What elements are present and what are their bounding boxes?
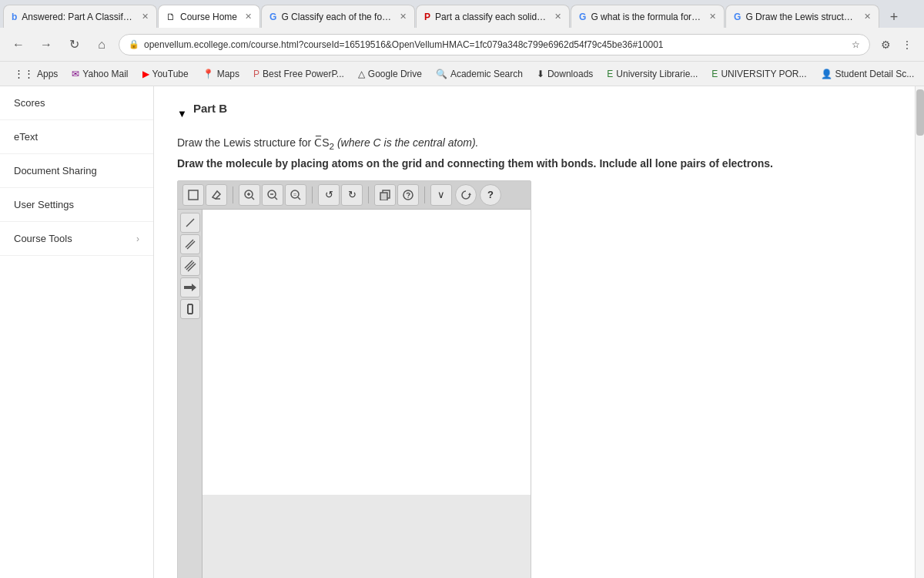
undo-button[interactable]: ↺ — [318, 184, 340, 206]
single-bond-button[interactable] — [180, 213, 200, 233]
bookmark-yahoo-mail[interactable]: ✉ Yahoo Mail — [65, 66, 134, 82]
bookmark-yahoo-mail-label: Yahoo Mail — [82, 69, 128, 79]
bookmark-google-drive[interactable]: △ Google Drive — [352, 66, 428, 82]
bookmark-google-drive-label: Google Drive — [368, 69, 422, 79]
reset-button[interactable] — [455, 184, 477, 206]
browser-actions: ⚙ ⋮ — [876, 35, 916, 54]
svg-rect-13 — [380, 193, 387, 200]
tab-4[interactable]: P Part a classify each solid as... ✕ — [416, 5, 570, 28]
bookmark-downloads[interactable]: ⬇ Downloads — [531, 66, 599, 82]
sidebar-item-document-sharing[interactable]: Document Sharing — [0, 154, 153, 188]
copy-button[interactable] — [374, 184, 396, 206]
tab-4-title: Part a classify each solid as... — [435, 12, 547, 22]
part-b-heading: Part B — [193, 102, 227, 115]
scroll-track[interactable] — [915, 86, 924, 578]
svg-rect-0 — [189, 190, 198, 200]
svg-marker-16 — [468, 193, 471, 195]
instruction-text: Draw the molecule by placing atoms on th… — [177, 157, 892, 170]
part-b-collapse-icon[interactable]: ▼ — [177, 108, 187, 119]
bookmark-student-detail-label: Student Detail Sc... — [835, 69, 915, 79]
document-sharing-label: Document Sharing — [14, 165, 97, 176]
sidebar-item-course-tools[interactable]: Course Tools › — [0, 222, 153, 256]
svg-marker-23 — [184, 284, 196, 291]
svg-line-17 — [186, 219, 194, 227]
back-button[interactable]: ← — [8, 34, 29, 55]
bookmark-student-detail[interactable]: 👤 Student Detail Sc... — [815, 66, 921, 82]
toolbar-group-undoredo: ↺ ↻ — [318, 184, 363, 206]
forward-button[interactable]: → — [35, 34, 57, 55]
bookmark-powerpoint[interactable]: P Best Free PowerP... — [247, 66, 350, 82]
tab-6-title: G Draw the Lewis structure fo... — [745, 12, 856, 22]
bookmark-youtube[interactable]: ▶ YouTube — [136, 66, 195, 82]
zoom-in-button[interactable] — [239, 184, 260, 206]
left-toolbar: • •• [] — [178, 210, 203, 578]
tab-5[interactable]: G G what is the formula for cuso... ✕ — [571, 5, 725, 28]
refresh-button[interactable]: ↻ — [63, 34, 85, 55]
bookmark-university-portal[interactable]: E UNIVERSITY POR... — [705, 66, 812, 82]
toolbar-group-1 — [182, 184, 227, 206]
widget-toolbar: = ↺ ↻ — [178, 181, 531, 210]
zoom-reset-button[interactable]: = — [285, 184, 306, 206]
arrow-button[interactable] — [180, 277, 200, 297]
toolbar-group-view: ∨ — [430, 184, 452, 206]
bookmark-apps[interactable]: ⋮⋮ Apps — [8, 65, 64, 82]
tab-6-close[interactable]: ✕ — [864, 12, 871, 22]
menu-icon[interactable]: ⋮ — [898, 35, 916, 54]
url-bar[interactable]: 🔒 openvellum.ecollege.com/course.html?co… — [119, 34, 870, 55]
main-content: ▼ Part B Draw the Lewis structure for C̅… — [154, 86, 915, 578]
bookmark-maps-label: Maps — [217, 69, 239, 79]
triple-bond-button[interactable] — [180, 256, 200, 276]
browser-frame: b Answered: Part A Classify e... ✕ 🗋 Cou… — [0, 0, 924, 578]
svg-line-5 — [252, 197, 254, 200]
bookmark-maps[interactable]: 📍 Maps — [196, 66, 246, 82]
redo-button[interactable]: ↻ — [341, 184, 363, 206]
star-icon[interactable]: ☆ — [852, 39, 860, 50]
zoom-out-button[interactable] — [262, 184, 283, 206]
bookmark-academic-search-label: Academic Search — [450, 69, 523, 79]
formula-line: Draw the Lewis structure for C̅S2 (where… — [177, 136, 892, 151]
tab-2-close[interactable]: ✕ — [245, 12, 252, 22]
erase-tool-button[interactable] — [206, 184, 227, 206]
url-text: openvellum.ecollege.com/course.html?cour… — [144, 39, 847, 50]
hint-button[interactable] — [397, 184, 419, 206]
address-bar: ← → ↻ ⌂ 🔒 openvellum.ecollege.com/course… — [0, 28, 924, 62]
sidebar-item-etext[interactable]: eText — [0, 120, 153, 154]
tab-5-close[interactable]: ✕ — [709, 12, 716, 22]
tab-3[interactable]: G G Classify each of the followin... ✕ — [261, 5, 415, 28]
tab-1[interactable]: b Answered: Part A Classify e... ✕ — [3, 5, 157, 28]
tab-1-close[interactable]: ✕ — [142, 12, 149, 22]
tab-3-close[interactable]: ✕ — [400, 12, 407, 22]
svg-point-15 — [407, 197, 409, 198]
canvas-area[interactable] — [203, 210, 531, 495]
bookmark-apps-label: Apps — [37, 69, 58, 79]
svg-point-14 — [403, 190, 413, 200]
bracket-button[interactable] — [180, 299, 200, 319]
lock-icon: 🔒 — [129, 39, 139, 49]
sidebar-item-user-settings[interactable]: User Settings — [0, 188, 153, 222]
double-bond-button[interactable] — [180, 234, 200, 254]
bookmark-downloads-label: Downloads — [547, 69, 593, 79]
select-tool-button[interactable] — [182, 184, 204, 206]
help-button[interactable]: ? — [480, 184, 501, 206]
sidebar-item-scores[interactable]: Scores — [0, 86, 153, 120]
bookmark-university-portal-label: UNIVERSITY POR... — [721, 69, 806, 79]
bookmark-university-lib-label: University Librarie... — [616, 69, 698, 79]
tab-5-title: G what is the formula for cuso... — [591, 12, 701, 22]
tb-sep-2 — [312, 187, 313, 203]
tab-1-title: Answered: Part A Classify e... — [22, 12, 134, 22]
extensions-icon[interactable]: ⚙ — [876, 35, 895, 54]
tab-2[interactable]: 🗋 Course Home ✕ — [158, 5, 260, 28]
tab-3-title: G Classify each of the followin... — [281, 12, 392, 22]
etext-label: eText — [14, 131, 38, 143]
home-button[interactable]: ⌂ — [91, 34, 112, 55]
bookmark-university-lib[interactable]: E University Librarie... — [601, 66, 704, 82]
drawing-area: • •• [] — [178, 210, 531, 578]
bookmark-youtube-label: YouTube — [152, 69, 189, 79]
new-tab-button[interactable]: + — [883, 6, 905, 28]
tab-6[interactable]: G G Draw the Lewis structure fo... ✕ — [725, 5, 879, 28]
tb-sep-3 — [368, 187, 369, 203]
user-settings-label: User Settings — [14, 199, 74, 210]
tab-4-close[interactable]: ✕ — [554, 12, 561, 22]
expand-button[interactable]: ∨ — [430, 184, 452, 206]
bookmark-academic-search[interactable]: 🔍 Academic Search — [430, 66, 529, 82]
